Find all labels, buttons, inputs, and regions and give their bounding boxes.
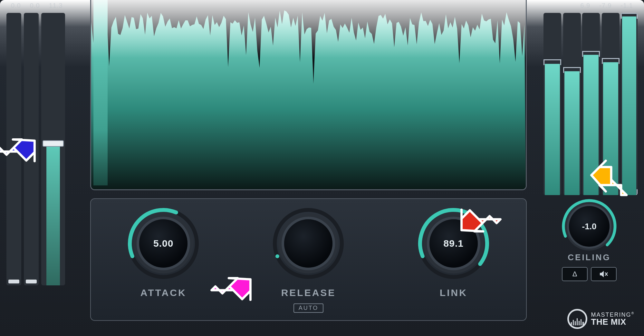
attack-knob-group: 5.00 ATTACK [125, 205, 202, 298]
release-knob-group: RELEASE AUTO [270, 205, 347, 313]
mute-button[interactable] [591, 267, 617, 281]
release-auto-badge[interactable]: AUTO [293, 303, 324, 313]
readout-in-l: 0.0 [11, 2, 21, 9]
readout-in-r: 0.0 [30, 2, 40, 9]
output-buttons: Δ [541, 267, 638, 281]
link-value: 89.1 [429, 219, 478, 268]
release-knob[interactable] [270, 205, 347, 282]
readout-gr: 11.3 [49, 2, 63, 9]
readout-row-left: 0.0 0.0 11.3 [11, 2, 63, 9]
output-lufs-meter [621, 13, 638, 195]
brand-logo: MASTERING® THE MIX [567, 309, 634, 329]
output-panel: -1.0 CEILING Δ [541, 13, 638, 293]
release-value [284, 219, 332, 268]
attack-knob[interactable]: 5.00 [125, 205, 202, 282]
output-peak-pair-2 [582, 13, 620, 195]
attack-label: ATTACK [140, 287, 187, 298]
link-knob-group: 89.1 LINK [415, 205, 492, 298]
limiter-plugin-window: 0.0 0.0 11.3 6.9 -7.9 -1.1 [0, 0, 644, 336]
readout-row-right: 6.9 -7.9 -1.1 [580, 2, 633, 9]
ceiling-knob[interactable]: -1.0 [565, 202, 613, 251]
delta-button[interactable]: Δ [562, 267, 588, 281]
attack-value: 5.00 [139, 219, 187, 268]
input-meter-section [6, 13, 71, 285]
link-knob[interactable]: 89.1 [415, 205, 492, 282]
ceiling-value: -1.0 [569, 206, 610, 247]
scope-gr-bar [93, 0, 108, 185]
release-label: RELEASE [281, 287, 336, 298]
input-meter-l [6, 13, 21, 285]
mute-icon [599, 270, 608, 278]
readout-out-r: -7.9 [599, 2, 611, 9]
logo-icon [567, 309, 587, 329]
readout-out-l: 6.9 [580, 2, 590, 9]
readout-lufs: -1.1 [621, 2, 633, 9]
input-meter-r [24, 13, 39, 285]
threshold-slider-handle[interactable] [43, 140, 64, 147]
output-peak-pair-1 [543, 13, 581, 195]
waveform-scope [90, 0, 527, 190]
logo-text: MASTERING® THE MIX [591, 312, 634, 326]
threshold-slider-track[interactable] [41, 13, 65, 285]
waveform-svg [91, 0, 526, 189]
output-meters [541, 13, 638, 195]
gain-reduction-fill [46, 147, 60, 285]
knob-row: 5.00 ATTACK RELEASE AUTO 89.1 LINK [90, 198, 527, 321]
link-label: LINK [440, 287, 467, 298]
